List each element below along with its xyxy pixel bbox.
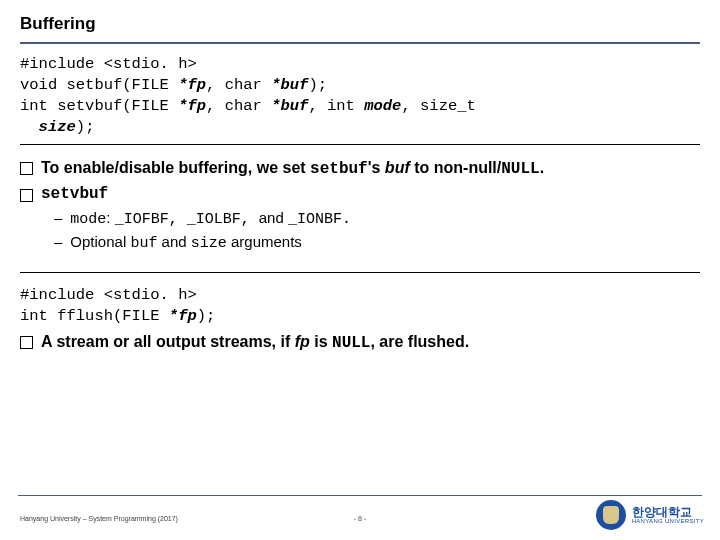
divider bbox=[20, 272, 700, 273]
bullet-list: A stream or all output streams, if fp is… bbox=[20, 331, 700, 355]
bullet-text: To enable/disable buffering, we set setb… bbox=[41, 157, 544, 181]
bullet-text: setvbuf bbox=[41, 184, 108, 206]
sub-list: – mode: _IOFBF, _IOLBF, and _IONBF. – Op… bbox=[54, 208, 700, 255]
code-line: size); bbox=[20, 117, 700, 138]
bullet-text: A stream or all output streams, if fp is… bbox=[41, 331, 469, 355]
bullet-marker-icon bbox=[20, 189, 33, 202]
divider bbox=[20, 144, 700, 145]
logo-korean: 한양대학교 bbox=[632, 506, 704, 518]
code-block-setbuf: #include <stdio. h> void setbuf(FILE *fp… bbox=[20, 54, 700, 138]
logo-text: 한양대학교 HANYANG UNIVERSITY bbox=[632, 506, 704, 524]
code-line: int setvbuf(FILE *fp, char *buf, int mod… bbox=[20, 96, 700, 117]
sub-text: Optional buf and size arguments bbox=[70, 232, 302, 254]
code-line: void setbuf(FILE *fp, char *buf); bbox=[20, 75, 700, 96]
bullet-item: setvbuf bbox=[20, 184, 700, 206]
dash-icon: – bbox=[54, 232, 62, 252]
logo-emblem-icon bbox=[596, 500, 626, 530]
bullet-list: To enable/disable buffering, we set setb… bbox=[20, 157, 700, 255]
page-number: - 8 - bbox=[354, 515, 366, 522]
title-divider bbox=[20, 42, 700, 44]
footer-divider bbox=[18, 495, 702, 496]
university-logo: 한양대학교 HANYANG UNIVERSITY bbox=[596, 500, 704, 530]
slide: Buffering #include <stdio. h> void setbu… bbox=[0, 0, 720, 540]
footer-text: Hanyang University – System Programming … bbox=[20, 515, 178, 522]
code-block-fflush: #include <stdio. h> int fflush(FILE *fp)… bbox=[20, 285, 700, 327]
slide-title: Buffering bbox=[20, 14, 700, 42]
logo-lion-icon bbox=[603, 506, 619, 524]
code-line: int fflush(FILE *fp); bbox=[20, 306, 700, 327]
bullet-item: To enable/disable buffering, we set setb… bbox=[20, 157, 700, 181]
sub-text: mode: _IOFBF, _IOLBF, and _IONBF. bbox=[70, 208, 351, 230]
code-line: #include <stdio. h> bbox=[20, 285, 700, 306]
sub-bullet: – mode: _IOFBF, _IOLBF, and _IONBF. bbox=[54, 208, 700, 230]
bullet-item: A stream or all output streams, if fp is… bbox=[20, 331, 700, 355]
bullet-marker-icon bbox=[20, 336, 33, 349]
dash-icon: – bbox=[54, 208, 62, 228]
bullet-marker-icon bbox=[20, 162, 33, 175]
code-line: #include <stdio. h> bbox=[20, 54, 700, 75]
sub-bullet: – Optional buf and size arguments bbox=[54, 232, 700, 254]
logo-english: HANYANG UNIVERSITY bbox=[632, 518, 704, 524]
